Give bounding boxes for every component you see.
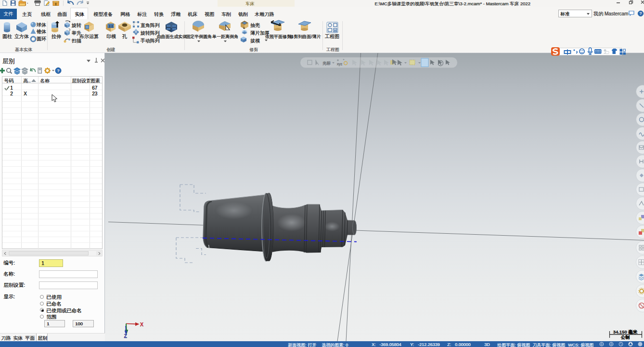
- svg-text:扫描: 扫描: [71, 38, 81, 43]
- svg-text:圆环: 圆环: [37, 36, 46, 41]
- svg-text:修剪到曲面/薄片: 修剪到曲面/薄片: [289, 34, 321, 39]
- svg-text:Z: Z: [124, 333, 128, 339]
- svg-text:?: ?: [639, 11, 642, 16]
- svg-text:直角阵列: 直角阵列: [141, 23, 160, 28]
- svg-text:印模: 印模: [106, 34, 116, 39]
- svg-text:拔模: 拔模: [250, 38, 260, 43]
- svg-text:锥体: 锥体: [37, 29, 46, 34]
- svg-text:孔: 孔: [122, 34, 127, 39]
- svg-text:抽壳: 抽壳: [250, 23, 260, 28]
- svg-text:单一距离倒角: 单一距离倒角: [212, 34, 238, 39]
- svg-text:立方体: 立方体: [14, 34, 29, 39]
- svg-text:工程图: 工程图: [325, 34, 339, 39]
- svg-text:依照平面修剪: 依照平面修剪: [265, 34, 291, 39]
- svg-text:手动阵列: 手动阵列: [140, 38, 160, 43]
- svg-text:34.150 毫米: 34.150 毫米: [613, 329, 638, 334]
- svg-text:布尔运算: 布尔运算: [79, 34, 99, 39]
- svg-text:拉伸: 拉伸: [52, 34, 61, 39]
- svg-text:球体: 球体: [36, 22, 46, 27]
- svg-text:光标: 光标: [322, 61, 331, 66]
- svg-text:xyz: xyz: [337, 62, 343, 66]
- svg-text:?: ?: [57, 68, 60, 73]
- svg-text:旋转: 旋转: [71, 23, 81, 28]
- svg-text:固定半倒圆角: 固定半倒圆角: [186, 34, 212, 39]
- svg-text:公制: 公制: [620, 335, 630, 340]
- svg-text:由曲面生成实体: 由曲面生成实体: [157, 34, 187, 39]
- svg-text:圆柱: 圆柱: [2, 34, 12, 39]
- svg-text:X: X: [140, 321, 143, 327]
